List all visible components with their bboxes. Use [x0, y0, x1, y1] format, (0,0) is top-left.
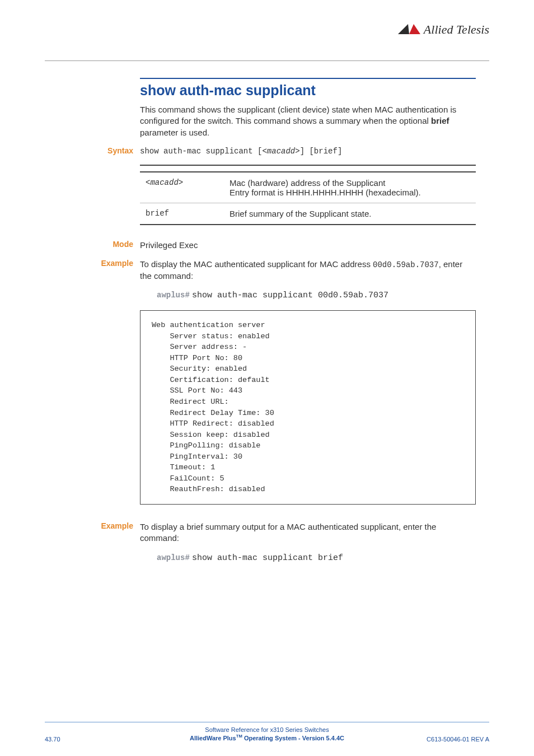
param-key: brief — [140, 203, 224, 225]
intro-bold: brief — [431, 116, 449, 125]
table-row: brief Brief summary of the Supplicant st… — [140, 203, 476, 225]
page-header: Allied Telesis — [45, 22, 489, 56]
svg-marker-1 — [409, 24, 420, 34]
header-rule — [45, 60, 489, 61]
section-rule — [140, 78, 476, 79]
example1-row: Example To display the MAC authenticated… — [140, 259, 476, 282]
footer-right: C613-50046-01 REV A — [427, 736, 489, 743]
syntax-row: Syntax show auth-mac supplicant [<macadd… — [140, 146, 476, 157]
syntax-value: show auth-mac supplicant [<macadd>] [bri… — [140, 146, 476, 157]
footer-line1: Software Reference for x310 Series Switc… — [205, 726, 329, 733]
table-rule-top — [140, 165, 476, 172]
param-desc: Mac (hardware) address of the Supplicant… — [224, 172, 476, 203]
mode-row: Mode Privileged Exec — [140, 240, 476, 251]
footer-tm: TM — [236, 734, 242, 739]
syntax-b: >] [brief] — [295, 147, 342, 156]
intro-paragraph: This command shows the supplicant (clien… — [140, 104, 476, 138]
footer-center: Software Reference for x310 Series Switc… — [45, 726, 489, 743]
example1-label: Example — [45, 259, 140, 268]
page-footer: Software Reference for x310 Series Switc… — [45, 722, 489, 743]
table-row: <macadd> Mac (hardware) address of the S… — [140, 172, 476, 203]
cli-prompt: awplus# — [157, 553, 190, 562]
syntax-a: show auth-mac supplicant [< — [140, 147, 267, 156]
footer-line2-a: AlliedWare Plus — [190, 735, 236, 741]
ex1-mac: 00d0.59ab.7037 — [373, 260, 439, 269]
footer-rule — [45, 722, 489, 722]
logo-mark-icon — [398, 24, 420, 35]
footer-left: 43.70 — [45, 736, 60, 743]
intro-text-a: This command shows the supplicant (clien… — [140, 105, 456, 125]
example2-label: Example — [45, 521, 140, 530]
cli-prompt: awplus# — [157, 291, 190, 300]
example1-command: awplus# show auth-mac supplicant 00d0.59… — [157, 290, 476, 300]
brand-logo: Allied Telesis — [398, 22, 489, 37]
footer-line2-b: Operating System - Version 5.4.4C — [242, 735, 344, 741]
syntax-label: Syntax — [45, 146, 140, 155]
param-desc-l2: Entry format is HHHH.HHHH.HHHH (hexadeci… — [229, 188, 421, 197]
syntax-param: macadd — [267, 147, 295, 156]
cli-command: show auth-mac supplicant brief — [192, 553, 343, 563]
example2-text: To display a brief summary output for a … — [140, 521, 476, 544]
example2-row: Example To display a brief summary outpu… — [140, 521, 476, 544]
param-key: <macadd> — [140, 172, 224, 203]
svg-marker-0 — [398, 24, 409, 34]
param-key-post: > — [179, 178, 183, 187]
mode-value: Privileged Exec — [140, 240, 476, 251]
parameter-table: <macadd> Mac (hardware) address of the S… — [140, 165, 476, 225]
cli-output: Web authentication server Server status:… — [140, 310, 476, 505]
param-key-mid: macadd — [150, 178, 178, 187]
cli-command: show auth-mac supplicant 00d0.59ab.7037 — [192, 291, 388, 300]
page-title: show auth-mac supplicant — [140, 82, 476, 99]
intro-text-b: parameter is used. — [140, 128, 209, 137]
param-desc: Brief summary of the Supplicant state. — [224, 203, 476, 225]
ex1-text-a: To display the MAC authenticated supplic… — [140, 259, 373, 269]
main-content: show auth-mac supplicant This command sh… — [140, 78, 476, 563]
param-desc-l1: Mac (hardware) address of the Supplicant — [229, 178, 385, 188]
example1-text: To display the MAC authenticated supplic… — [140, 259, 476, 282]
mode-label: Mode — [45, 240, 140, 249]
page: Allied Telesis show auth-mac supplicant … — [0, 0, 534, 756]
brand-text: Allied Telesis — [424, 22, 489, 37]
example2-command: awplus# show auth-mac supplicant brief — [157, 552, 476, 563]
